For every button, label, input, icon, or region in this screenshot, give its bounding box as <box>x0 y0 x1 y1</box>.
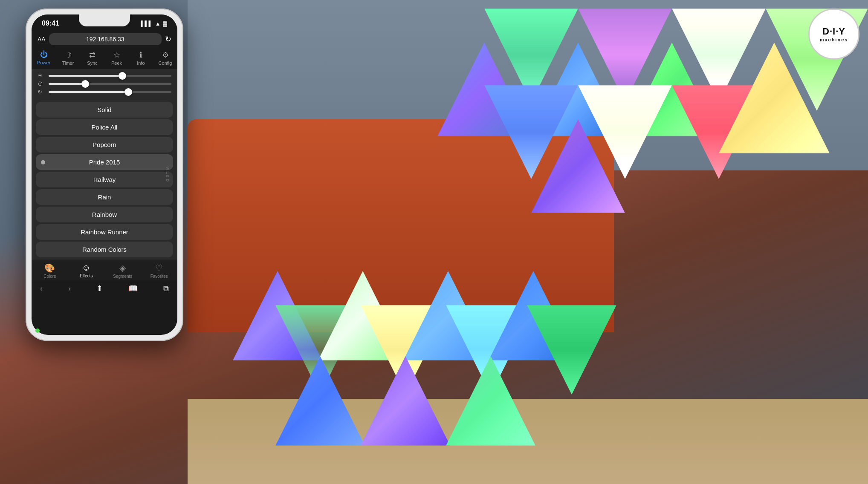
tab-info[interactable]: ℹ Info <box>129 50 153 66</box>
speed-thumb[interactable] <box>81 80 89 88</box>
browser-nav: ‹ › ⬆ 📖 ⧉ <box>32 280 177 297</box>
favorites-icon: ♡ <box>155 263 163 273</box>
tab-info-label: Info <box>137 60 145 66</box>
bookmarks-button[interactable]: 📖 <box>128 284 138 293</box>
phone-frame: 09:41 ▌▌▌ ▲ ▓ AA 192.168.86.33 ↻ ⏻ Power… <box>26 9 183 341</box>
tab-peek-label: Peek <box>111 60 122 66</box>
tab-favorites[interactable]: ♡ Favorites <box>141 263 178 279</box>
status-time: 09:41 <box>42 20 59 27</box>
effect-rainbow[interactable]: Rainbow <box>36 207 173 222</box>
tab-config[interactable]: ⚙ Config <box>153 50 177 66</box>
nav-tabs: ⏻ Power ☽ Timer ⇄ Sync ☆ Peek ℹ Info ⚙ C… <box>32 49 177 69</box>
notch <box>79 14 130 26</box>
effect-police-all[interactable]: Police All <box>36 119 173 135</box>
tab-effects[interactable]: ☺ Effects <box>68 263 105 279</box>
couch <box>188 119 614 332</box>
timer-icon: ☽ <box>65 50 72 60</box>
colors-icon: 🎨 <box>44 263 55 273</box>
phone-screen: 09:41 ▌▌▌ ▲ ▓ AA 192.168.86.33 ↻ ⏻ Power… <box>32 14 177 335</box>
intensity-thumb[interactable] <box>124 88 132 96</box>
bottom-tabs: 🎨 Colors ☺ Effects ◈ Segments ♡ Favorite… <box>32 259 177 280</box>
share-button[interactable]: ⬆ <box>96 284 103 293</box>
tab-segments-label: Segments <box>113 274 132 279</box>
diy-logo-title: D·I·Y <box>822 26 845 37</box>
effect-solid[interactable]: Solid <box>36 102 173 118</box>
diy-logo: D·I·Y machines <box>808 9 859 60</box>
tab-sync-label: Sync <box>87 60 97 66</box>
intensity-slider-row: ↻ <box>38 89 171 95</box>
config-icon: ⚙ <box>162 50 169 60</box>
tab-effects-label: Effects <box>80 274 93 278</box>
power-icon: ⏻ <box>40 50 48 59</box>
url-bar[interactable]: 192.168.86.33 <box>49 33 162 45</box>
battery-icon: ▓ <box>163 20 167 27</box>
browser-bar: AA 192.168.86.33 ↻ <box>32 30 177 49</box>
status-icons: ▌▌▌ ▲ ▓ <box>141 20 167 27</box>
brightness-track[interactable] <box>49 75 171 77</box>
intensity-fill <box>49 91 128 93</box>
speed-icon: ⏱ <box>38 81 45 87</box>
speed-track[interactable] <box>49 83 171 85</box>
aa-label[interactable]: AA <box>38 36 46 43</box>
tab-power[interactable]: ⏻ Power <box>32 50 56 66</box>
intensity-icon: ↻ <box>38 89 45 95</box>
speed-fill <box>49 83 85 85</box>
sync-icon: ⇄ <box>89 50 95 60</box>
diy-logo-subtitle: machines <box>820 37 848 42</box>
segments-icon: ◈ <box>119 263 126 273</box>
floor <box>188 399 868 484</box>
sliders-section: ☀ ⏱ ↻ <box>32 69 177 100</box>
effects-list: Solid Police All Popcorn Pride 2015 Rail… <box>32 100 177 259</box>
effect-pride-2015[interactable]: Pride 2015 <box>36 154 173 170</box>
back-button[interactable]: ‹ <box>40 284 43 293</box>
info-icon: ℹ <box>139 50 142 60</box>
brightness-thumb[interactable] <box>119 72 126 80</box>
wifi-icon: ▲ <box>155 20 161 27</box>
intensity-track[interactable] <box>49 91 171 93</box>
effect-popcorn[interactable]: Popcorn <box>36 137 173 153</box>
brightness-icon: ☀ <box>38 72 45 79</box>
signal-icon: ▌▌▌ <box>141 20 153 27</box>
brightness-slider-row: ☀ <box>38 72 171 79</box>
active-indicator <box>41 160 45 164</box>
effects-icon: ☺ <box>82 263 90 273</box>
tab-config-label: Config <box>159 60 172 66</box>
tab-peek[interactable]: ☆ Peek <box>104 50 129 66</box>
tab-timer[interactable]: ☽ Timer <box>56 50 80 66</box>
tab-sync[interactable]: ⇄ Sync <box>80 50 104 66</box>
tabs-button[interactable]: ⧉ <box>163 284 169 293</box>
effect-random-colors[interactable]: Random Colors <box>36 242 173 257</box>
refresh-button[interactable]: ↻ <box>165 35 171 44</box>
tab-colors[interactable]: 🎨 Colors <box>32 263 68 279</box>
connection-indicator <box>35 328 40 333</box>
effect-rainbow-runner[interactable]: Rainbow Runner <box>36 224 173 240</box>
tab-favorites-label: Favorites <box>150 274 168 279</box>
tab-segments[interactable]: ◈ Segments <box>104 263 141 279</box>
brightness-fill <box>49 75 122 77</box>
tab-timer-label: Timer <box>62 60 74 66</box>
tab-colors-label: Colors <box>43 274 56 279</box>
speed-slider-row: ⏱ <box>38 81 171 87</box>
peek-icon: ☆ <box>113 50 120 60</box>
wled-label: WLED <box>165 167 170 183</box>
effect-railway[interactable]: Railway <box>36 172 173 187</box>
forward-button[interactable]: › <box>68 284 71 293</box>
effect-rain[interactable]: Rain <box>36 189 173 205</box>
tab-power-label: Power <box>37 60 50 65</box>
